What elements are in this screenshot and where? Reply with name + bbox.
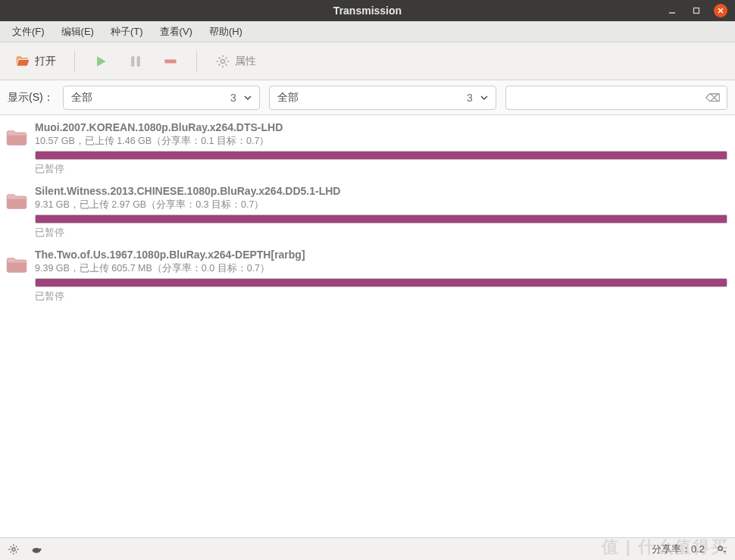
clear-search-icon[interactable]: ⌫ xyxy=(705,92,721,104)
torrent-progress xyxy=(35,151,727,160)
remove-icon xyxy=(163,54,178,69)
stats-options-button[interactable] xyxy=(715,543,727,555)
torrent-stats: 9.31 GB，已上传 2.97 GB（分享率：0.3 目标：0.7） xyxy=(35,199,727,211)
menu-view[interactable]: 查看(V) xyxy=(152,22,200,42)
statusbar: 分享率：0.2 xyxy=(0,537,735,560)
filter-tracker-count: 3 xyxy=(467,92,473,104)
maximize-icon xyxy=(693,7,700,14)
chevron-down-icon xyxy=(480,94,488,102)
filter-status-count: 3 xyxy=(230,92,236,104)
svg-point-10 xyxy=(39,548,42,550)
folder-open-icon xyxy=(15,54,30,69)
torrent-list[interactable]: Muoi.2007.KOREAN.1080p.BluRay.x264.DTS-L… xyxy=(0,115,735,537)
properties-button[interactable]: 属性 xyxy=(208,49,264,74)
torrent-status: 已暂停 xyxy=(35,163,727,176)
menu-edit[interactable]: 编辑(E) xyxy=(54,22,102,42)
menubar: 文件(F) 编辑(E) 种子(T) 查看(V) 帮助(H) xyxy=(0,21,735,42)
svg-rect-1 xyxy=(694,8,699,14)
close-icon xyxy=(717,7,724,14)
minimize-icon xyxy=(668,7,676,14)
search-field[interactable]: ⌫ xyxy=(505,86,727,110)
chevron-down-icon xyxy=(715,543,727,555)
titlebar: Transmission xyxy=(0,0,735,21)
menu-torrent[interactable]: 种子(T) xyxy=(103,22,151,42)
pause-button[interactable] xyxy=(120,49,151,74)
toolbar: 打开 属性 xyxy=(0,42,735,80)
torrent-row[interactable]: The.Two.of.Us.1967.1080p.BluRay.x264-DEP… xyxy=(0,242,735,306)
search-input[interactable] xyxy=(512,92,705,104)
torrent-stats: 10.57 GB，已上传 1.46 GB（分享率：0.1 目标：0.7） xyxy=(35,135,727,148)
torrent-status: 已暂停 xyxy=(35,290,727,303)
torrent-progress xyxy=(35,278,727,287)
open-button[interactable]: 打开 xyxy=(8,49,64,74)
torrent-name: Silent.Witness.2013.CHINESE.1080p.BluRay… xyxy=(35,185,727,197)
svg-rect-4 xyxy=(131,56,134,66)
menu-file[interactable]: 文件(F) xyxy=(5,22,52,42)
torrent-row[interactable]: Silent.Witness.2013.CHINESE.1080p.BluRay… xyxy=(0,179,735,242)
minimize-button[interactable] xyxy=(665,4,679,17)
maximize-button[interactable] xyxy=(690,4,703,17)
filterbar: 显示(S)： 全部 3 全部 3 ⌫ xyxy=(0,80,735,115)
filter-status-value: 全部 xyxy=(71,91,230,105)
window-title: Transmission xyxy=(0,5,735,17)
toolbar-separator xyxy=(196,51,197,72)
ratio-label: 分享率：0.2 xyxy=(652,543,705,556)
svg-point-9 xyxy=(33,548,41,553)
gear-icon xyxy=(215,54,230,69)
pause-icon xyxy=(128,54,143,69)
folder-icon xyxy=(6,192,27,211)
torrent-progress xyxy=(35,214,727,224)
torrent-name: Muoi.2007.KOREAN.1080p.BluRay.x264.DTS-L… xyxy=(35,121,727,133)
gear-icon xyxy=(8,543,20,555)
filter-tracker-combo[interactable]: 全部 3 xyxy=(269,86,496,110)
menu-help[interactable]: 帮助(H) xyxy=(202,22,250,42)
window-controls xyxy=(665,4,735,17)
filter-tracker-value: 全部 xyxy=(277,91,467,105)
svg-rect-5 xyxy=(137,56,140,66)
turtle-icon xyxy=(30,543,42,555)
chevron-down-icon xyxy=(244,94,252,102)
open-label: 打开 xyxy=(35,55,56,68)
folder-icon xyxy=(6,256,27,274)
close-button[interactable] xyxy=(714,4,727,17)
torrent-stats: 9.39 GB，已上传 605.7 MB（分享率：0.0 目标：0.7） xyxy=(35,262,727,275)
alt-speed-button[interactable] xyxy=(30,543,42,555)
remove-button[interactable] xyxy=(155,49,186,74)
play-icon xyxy=(93,54,108,69)
folder-icon xyxy=(6,129,27,147)
filter-label: 显示(S)： xyxy=(8,91,54,105)
toolbar-separator xyxy=(74,51,75,72)
start-button[interactable] xyxy=(86,49,116,74)
svg-point-7 xyxy=(221,59,225,63)
svg-rect-6 xyxy=(165,59,177,63)
svg-point-8 xyxy=(12,548,15,551)
torrent-name: The.Two.of.Us.1967.1080p.BluRay.x264-DEP… xyxy=(35,249,727,261)
torrent-row[interactable]: Muoi.2007.KOREAN.1080p.BluRay.x264.DTS-L… xyxy=(0,115,735,179)
torrent-status: 已暂停 xyxy=(35,227,727,239)
svg-point-11 xyxy=(718,546,722,550)
settings-button[interactable] xyxy=(8,543,20,555)
properties-label: 属性 xyxy=(235,55,256,68)
filter-status-combo[interactable]: 全部 3 xyxy=(63,86,260,110)
